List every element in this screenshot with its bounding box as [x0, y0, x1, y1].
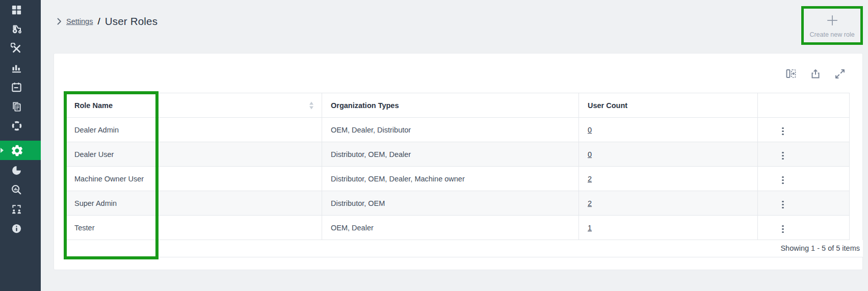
sidebar-item-reports[interactable] — [0, 58, 41, 77]
table-row: Tester OEM, Dealer 1 — [66, 216, 850, 240]
cell-role-name: Super Admin — [66, 191, 322, 216]
breadcrumb-settings-link[interactable]: Settings — [66, 17, 93, 25]
sync-icon — [11, 120, 23, 132]
sidebar-item-organization[interactable] — [0, 199, 41, 219]
tractor-icon — [11, 23, 23, 35]
kebab-menu-icon[interactable] — [779, 174, 787, 187]
column-header-actions — [758, 93, 850, 118]
gear-icon — [10, 144, 24, 157]
column-header-role-name[interactable]: Role Name — [66, 93, 322, 118]
hierarchy-icon — [11, 203, 22, 215]
cell-user-count: 0 — [579, 142, 758, 167]
cell-actions — [758, 167, 850, 191]
tools-icon — [11, 43, 22, 55]
cell-organization-types: OEM, Dealer — [322, 216, 579, 240]
cell-role-name: Machine Owner User — [66, 167, 322, 191]
sidebar-item-info[interactable] — [0, 219, 41, 238]
table-header-row: Role Name Organization Types User Count — [66, 93, 850, 118]
sidebar-item-documents[interactable] — [0, 97, 41, 116]
pie-chart-icon — [11, 165, 22, 176]
table-toolbar — [785, 68, 846, 80]
sidebar-item-insights[interactable] — [0, 180, 41, 199]
cell-user-count: 1 — [579, 216, 758, 240]
user-roles-table: Role Name Organization Types User Count — [65, 93, 863, 257]
cell-actions — [758, 142, 850, 167]
kebab-menu-icon[interactable] — [779, 223, 787, 235]
create-new-role-button[interactable]: Create new role — [804, 9, 860, 42]
cell-actions — [758, 216, 850, 240]
column-header-user-count[interactable]: User Count — [579, 93, 758, 118]
dashboard-icon — [11, 4, 22, 16]
bar-chart-icon — [11, 62, 22, 74]
sidebar-item-dashboard[interactable] — [0, 0, 41, 19]
column-settings-icon[interactable] — [785, 68, 797, 80]
sidebar-item-machines[interactable] — [0, 19, 41, 39]
sidebar — [0, 0, 41, 291]
user-count-link[interactable]: 0 — [588, 150, 592, 158]
table-row: Super Admin Distributor, OEM 2 — [66, 191, 850, 216]
user-count-link[interactable]: 2 — [588, 175, 592, 183]
sidebar-item-planner[interactable] — [0, 77, 41, 97]
cell-organization-types: Distributor, OEM, Dealer, Machine owner — [322, 167, 579, 191]
cell-actions — [758, 118, 850, 142]
user-count-link[interactable]: 0 — [588, 126, 592, 134]
cell-role-name: Tester — [66, 216, 322, 240]
page-title: User Roles — [105, 15, 157, 28]
cell-organization-types: Distributor, OEM — [322, 191, 579, 216]
kebab-menu-icon[interactable] — [779, 150, 787, 162]
sidebar-item-sync[interactable] — [0, 116, 41, 136]
breadcrumb-separator: / — [97, 16, 100, 27]
sidebar-item-analytics[interactable] — [0, 161, 41, 180]
table-row: Dealer User Distributor, OEM, Dealer 0 — [66, 142, 850, 167]
cell-user-count: 2 — [579, 167, 758, 191]
create-new-role-label: Create new role — [809, 31, 854, 38]
sort-arrows-icon[interactable] — [309, 101, 313, 109]
plus-icon — [825, 13, 839, 30]
search-chart-icon — [11, 184, 22, 196]
kebab-menu-icon[interactable] — [779, 125, 787, 138]
kebab-menu-icon[interactable] — [779, 199, 787, 211]
items-summary: Showing 1 - 5 of 5 items — [780, 244, 860, 252]
sidebar-item-service[interactable] — [0, 39, 41, 58]
cell-user-count: 0 — [579, 118, 758, 142]
user-count-link[interactable]: 2 — [588, 199, 592, 207]
cell-organization-types: OEM, Dealer, Distributor — [322, 118, 579, 142]
chevron-right-icon — [57, 18, 62, 25]
expand-icon[interactable] — [834, 68, 846, 80]
copy-icon — [11, 101, 22, 113]
cell-role-name: Dealer User — [66, 142, 322, 167]
sidebar-item-settings[interactable] — [0, 141, 41, 160]
user-roles-page: Settings / User Roles Create new role — [0, 0, 868, 291]
calendar-icon — [11, 82, 22, 93]
breadcrumb: Settings / User Roles — [57, 15, 157, 28]
column-header-organization-types[interactable]: Organization Types — [322, 93, 579, 118]
table-pager: Showing 1 - 5 of 5 items — [65, 240, 863, 257]
cell-user-count: 2 — [579, 191, 758, 216]
cell-role-name: Dealer Admin — [66, 118, 322, 142]
table-row: Machine Owner User Distributor, OEM, Dea… — [66, 167, 850, 191]
export-icon[interactable] — [810, 68, 821, 80]
cell-organization-types: Distributor, OEM, Dealer — [322, 142, 579, 167]
user-count-link[interactable]: 1 — [588, 224, 592, 232]
table-row: Dealer Admin OEM, Dealer, Distributor 0 — [66, 118, 850, 142]
info-icon — [11, 223, 22, 234]
cell-actions — [758, 191, 850, 216]
